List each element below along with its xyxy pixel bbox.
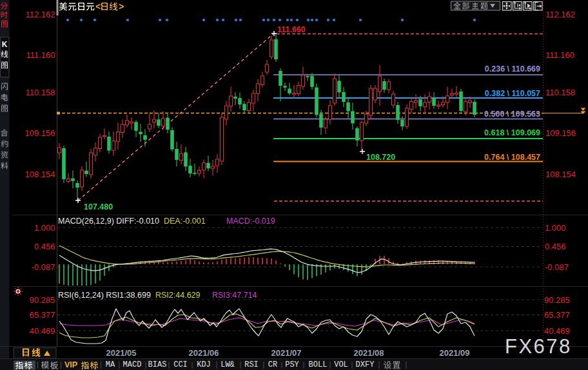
svg-text:0.456: 0.456 bbox=[545, 242, 566, 251]
svg-text:CCI: CCI bbox=[173, 360, 188, 369]
svg-text:0.456: 0.456 bbox=[34, 242, 55, 251]
svg-text:110.158: 110.158 bbox=[545, 88, 575, 97]
svg-text:CR: CR bbox=[268, 360, 277, 369]
svg-text:1.000: 1.000 bbox=[34, 223, 55, 233]
svg-text:0.764 \ 108.457: 0.764 \ 108.457 bbox=[484, 153, 540, 162]
svg-text:90.285: 90.285 bbox=[30, 295, 55, 305]
svg-text:111.160: 111.160 bbox=[26, 50, 55, 60]
svg-text:40.469: 40.469 bbox=[30, 326, 55, 336]
svg-text:-0.087: -0.087 bbox=[32, 262, 55, 272]
svg-text:<: < bbox=[95, 1, 101, 12]
svg-text:0.382 \ 110.057: 0.382 \ 110.057 bbox=[485, 89, 540, 98]
svg-text:0.236 \ 110.669: 0.236 \ 110.669 bbox=[485, 64, 540, 73]
svg-text:112.162: 112.162 bbox=[545, 10, 575, 19]
svg-text:111.660: 111.660 bbox=[277, 25, 306, 34]
svg-text:PSY: PSY bbox=[285, 360, 299, 369]
svg-text:KDJ: KDJ bbox=[197, 360, 211, 369]
svg-text:FX678: FX678 bbox=[505, 335, 572, 358]
svg-text:0.500 \ 109.563: 0.500 \ 109.563 bbox=[484, 110, 540, 119]
svg-text:112.162: 112.162 bbox=[25, 10, 55, 19]
svg-text:107.480: 107.480 bbox=[84, 202, 113, 211]
svg-text:K: K bbox=[2, 40, 8, 49]
svg-text:111.160: 111.160 bbox=[545, 50, 574, 60]
svg-text:DEA:-0.001: DEA:-0.001 bbox=[164, 217, 206, 226]
svg-text:VIP: VIP bbox=[64, 360, 77, 369]
svg-text:LW&: LW& bbox=[220, 360, 235, 369]
svg-text:0.618 \ 109.069: 0.618 \ 109.069 bbox=[484, 128, 540, 137]
svg-text:110.158: 110.158 bbox=[25, 88, 55, 97]
svg-text:108.154: 108.154 bbox=[25, 170, 55, 179]
svg-text:DXFY: DXFY bbox=[356, 360, 375, 369]
svg-text:MACD: MACD bbox=[123, 360, 142, 369]
svg-text:MACD:-0.019: MACD:-0.019 bbox=[226, 217, 275, 226]
svg-text:108.720: 108.720 bbox=[366, 153, 395, 162]
svg-text:2021/06: 2021/06 bbox=[189, 348, 219, 358]
svg-text:108.154: 108.154 bbox=[545, 170, 576, 179]
svg-text:65.377: 65.377 bbox=[544, 310, 570, 320]
svg-text:109.156: 109.156 bbox=[545, 128, 576, 138]
svg-text:BIAS: BIAS bbox=[148, 360, 167, 369]
svg-text:2021/07: 2021/07 bbox=[271, 348, 302, 358]
svg-text:40.469: 40.469 bbox=[544, 326, 570, 336]
svg-text:90.285: 90.285 bbox=[544, 295, 570, 305]
svg-text:RSI2:44.629: RSI2:44.629 bbox=[155, 291, 201, 300]
svg-text:MA: MA bbox=[106, 360, 115, 369]
svg-text:2021/09: 2021/09 bbox=[440, 348, 470, 358]
svg-text:BOLL: BOLL bbox=[309, 360, 328, 369]
svg-text:RSI(6,12,24) RSI1:38.699: RSI(6,12,24) RSI1:38.699 bbox=[58, 291, 151, 300]
svg-text:-0.087: -0.087 bbox=[545, 262, 569, 272]
svg-text:2021/05: 2021/05 bbox=[106, 348, 137, 358]
svg-text:RSI: RSI bbox=[244, 360, 259, 369]
svg-text:65.377: 65.377 bbox=[30, 310, 55, 320]
svg-text:2021/08: 2021/08 bbox=[354, 348, 384, 358]
svg-text:109.156: 109.156 bbox=[25, 128, 55, 138]
svg-text:>: > bbox=[119, 1, 124, 12]
svg-text:RSI3:47.714: RSI3:47.714 bbox=[212, 291, 257, 300]
svg-text:MACD(26,12,9) DIFF:-0.010: MACD(26,12,9) DIFF:-0.010 bbox=[58, 217, 159, 226]
svg-text:1.000: 1.000 bbox=[545, 223, 566, 233]
svg-text:VOL: VOL bbox=[334, 360, 348, 369]
